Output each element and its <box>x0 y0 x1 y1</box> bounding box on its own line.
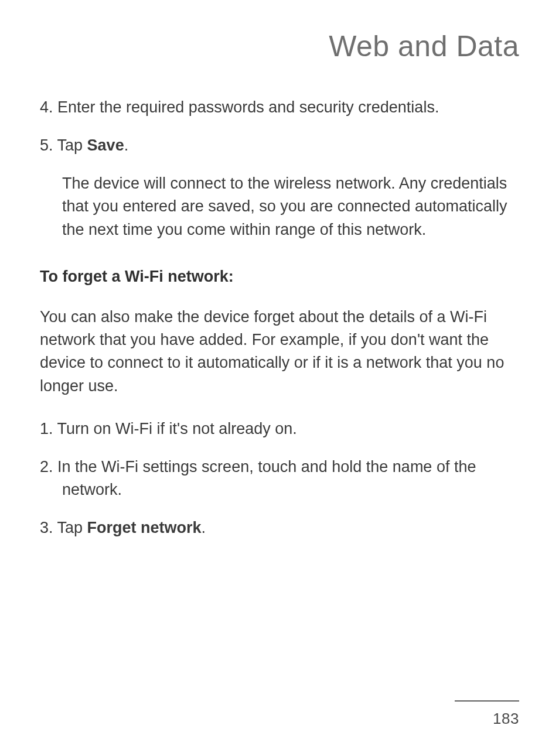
step-prefix: Tap <box>57 136 87 154</box>
forget-step-1: 1. Turn on Wi-Fi if it's not already on. <box>40 418 519 440</box>
section-heading: To forget a Wi-Fi network: <box>40 265 519 289</box>
forget-step-3: 3. Tap Forget network. <box>40 516 519 539</box>
forget-step-2: 2. In the Wi-Fi settings screen, touch a… <box>40 456 519 501</box>
step-number: 4. <box>40 98 53 116</box>
step-number: 2. <box>40 458 53 476</box>
step-text: Enter the required passwords and securit… <box>57 98 439 116</box>
step-text: Turn on Wi-Fi if it's not already on. <box>57 420 297 437</box>
step-number: 5. <box>40 136 53 154</box>
footer-rule <box>455 700 519 702</box>
page-footer: 183 <box>455 700 519 728</box>
step-suffix: . <box>202 519 206 536</box>
chapter-title: Web and Data <box>40 29 519 63</box>
step-number: 3. <box>40 519 53 536</box>
page-number: 183 <box>493 710 519 728</box>
section-paragraph: You can also make the device forget abou… <box>40 306 519 398</box>
page-container: Web and Data 4. Enter the required passw… <box>0 0 559 756</box>
step-5: 5. Tap Save. <box>40 134 519 157</box>
step-4: 4. Enter the required passwords and secu… <box>40 96 519 119</box>
step-bold: Save <box>87 136 124 154</box>
step-bold: Forget network <box>87 519 202 536</box>
step-number: 1. <box>40 420 53 437</box>
step-suffix: . <box>124 136 129 154</box>
step-5-body: The device will connect to the wireless … <box>40 172 519 241</box>
step-text: In the Wi-Fi settings screen, touch and … <box>57 458 476 498</box>
step-prefix: Tap <box>57 519 87 536</box>
